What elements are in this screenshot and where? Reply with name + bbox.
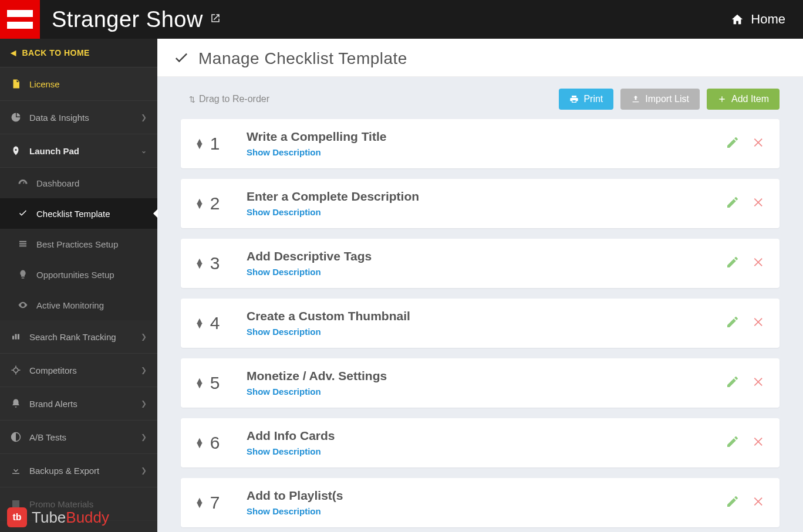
bars-icon (11, 331, 21, 342)
page-header: Manage Checklist Template (157, 39, 803, 77)
bell-icon (11, 398, 21, 409)
drag-hint: ⇅ Drag to Re-order (189, 94, 269, 104)
target-icon (11, 365, 21, 375)
sidebar-item-search-rank[interactable]: Search Rank Tracking ❯ (0, 320, 157, 354)
plus-icon (717, 94, 727, 104)
check-icon (18, 208, 28, 219)
sort-icon: ⇅ (189, 95, 195, 104)
back-to-home[interactable]: ◀ BACK TO HOME (0, 39, 157, 67)
edit-button[interactable] (726, 435, 740, 451)
item-title: Add to Playlist(s (247, 489, 709, 503)
sidebar-item-competitors[interactable]: Competitors ❯ (0, 354, 157, 387)
sidebar-sub-checklist-template[interactable]: Checklist Template (0, 198, 157, 229)
tubebuddy-brand: tb TubeBuddy (7, 507, 109, 527)
eye-icon (18, 300, 28, 310)
upload-icon (631, 94, 640, 104)
chevron-right-icon: ❯ (141, 333, 147, 341)
item-title: Monetize / Adv. Settings (247, 369, 709, 383)
edit-button[interactable] (726, 135, 740, 152)
drag-handle-icon[interactable]: ▲▼ (195, 318, 204, 328)
item-title: Enter a Complete Description (247, 189, 709, 204)
sidebar-sub-active-monitoring[interactable]: Active Monitoring (0, 290, 157, 320)
item-number: 3 (210, 253, 220, 273)
chevron-right-icon: ❯ (141, 399, 147, 408)
caret-left-icon: ◀ (11, 49, 16, 57)
checklist-item: ▲▼ 4 Create a Custom Thumbnail Show Desc… (181, 299, 780, 348)
show-description-link[interactable]: Show Description (247, 506, 321, 516)
sidebar-item-brand-alerts[interactable]: Brand Alerts ❯ (0, 387, 157, 421)
toolbar: ⇅ Drag to Re-order Print Import List Add… (181, 89, 780, 110)
app-logo[interactable] (0, 0, 40, 39)
print-button[interactable]: Print (559, 89, 613, 110)
chevron-right-icon: ❯ (141, 433, 147, 441)
checklist-item: ▲▼ 1 Write a Compelling Title Show Descr… (181, 119, 780, 168)
delete-button[interactable] (753, 495, 765, 510)
edit-button[interactable] (726, 255, 740, 272)
download-icon (11, 465, 21, 476)
item-title: Add Descriptive Tags (247, 249, 709, 263)
show-description-link[interactable]: Show Description (247, 147, 321, 157)
delete-button[interactable] (753, 316, 765, 331)
drag-handle-icon[interactable]: ▲▼ (195, 199, 204, 208)
sidebar-item-launch-pad[interactable]: Launch Pad ⌄ (0, 134, 157, 168)
drag-handle-icon[interactable]: ▲▼ (195, 498, 204, 507)
main-content: Manage Checklist Template ⇅ Drag to Re-o… (157, 39, 803, 532)
item-title: Write a Compelling Title (247, 130, 709, 144)
gauge-icon (18, 178, 28, 188)
add-item-button[interactable]: Add Item (707, 89, 780, 110)
chevron-right-icon: ❯ (141, 466, 147, 475)
tubebuddy-logo-icon: tb (7, 507, 27, 527)
edit-button[interactable] (726, 494, 740, 511)
sidebar-item-ab-tests[interactable]: A/B Tests ❯ (0, 421, 157, 454)
delete-button[interactable] (753, 375, 765, 391)
checklist-item: ▲▼ 5 Monetize / Adv. Settings Show Descr… (181, 358, 780, 408)
drag-handle-icon[interactable]: ▲▼ (195, 259, 204, 268)
checklist-item: ▲▼ 2 Enter a Complete Description Show D… (181, 179, 780, 228)
show-description-link[interactable]: Show Description (247, 267, 321, 277)
sidebar-item-data-insights[interactable]: Data & Insights ❯ (0, 101, 157, 134)
import-list-button[interactable]: Import List (620, 89, 700, 110)
sidebar-sub-best-practices[interactable]: Best Practices Setup (0, 229, 157, 259)
list-icon (18, 239, 28, 249)
contrast-icon (11, 432, 21, 442)
show-description-link[interactable]: Show Description (247, 446, 321, 456)
document-icon (11, 79, 21, 89)
chevron-down-icon: ⌄ (141, 147, 147, 155)
edit-button[interactable] (726, 315, 740, 331)
edit-button[interactable] (726, 375, 740, 391)
drag-handle-icon[interactable]: ▲▼ (195, 139, 204, 148)
item-number: 2 (210, 194, 220, 214)
drag-handle-icon[interactable]: ▲▼ (195, 378, 204, 388)
chevron-right-icon: ❯ (141, 113, 147, 121)
sidebar-item-license[interactable]: License (0, 67, 157, 101)
delete-button[interactable] (753, 196, 765, 211)
item-number: 4 (210, 313, 220, 333)
external-link-icon[interactable] (210, 13, 221, 26)
item-number: 6 (210, 433, 220, 453)
item-number: 7 (210, 493, 220, 513)
show-description-link[interactable]: Show Description (247, 387, 321, 397)
chevron-right-icon: ❯ (141, 366, 147, 374)
home-link[interactable]: Home (731, 12, 785, 27)
drag-handle-icon[interactable]: ▲▼ (195, 438, 204, 448)
app-title: Stranger Show (52, 7, 221, 32)
page-title: Manage Checklist Template (198, 49, 407, 68)
item-title: Create a Custom Thumbnail (247, 309, 709, 323)
sidebar-sub-dashboard[interactable]: Dashboard (0, 168, 157, 198)
delete-button[interactable] (753, 136, 765, 151)
rocket-icon (11, 145, 21, 156)
sidebar-item-backups-export[interactable]: Backups & Export ❯ (0, 454, 157, 487)
bulb-icon (18, 269, 28, 280)
pie-chart-icon (11, 112, 21, 123)
top-bar: Stranger Show Home (0, 0, 803, 39)
home-icon (731, 13, 744, 26)
delete-button[interactable] (753, 435, 765, 450)
delete-button[interactable] (753, 256, 765, 271)
show-description-link[interactable]: Show Description (247, 327, 321, 337)
sidebar-sub-opportunities[interactable]: Opportunities Setup (0, 259, 157, 290)
edit-button[interactable] (726, 195, 740, 212)
show-description-link[interactable]: Show Description (247, 207, 321, 217)
checklist-item: ▲▼ 6 Add Info Cards Show Description (181, 418, 780, 467)
check-icon (173, 50, 190, 67)
sidebar: ◀ BACK TO HOME License Data & Insights ❯… (0, 39, 157, 532)
